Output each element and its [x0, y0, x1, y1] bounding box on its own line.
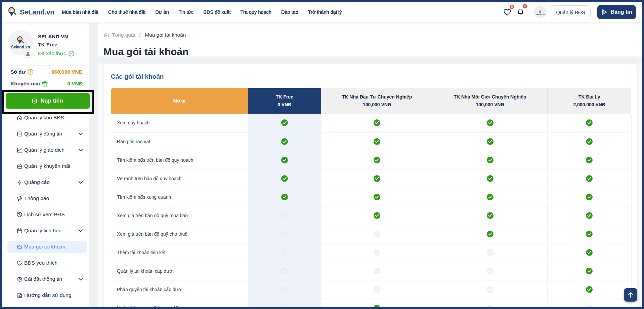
svg-text:$: $ — [29, 70, 31, 74]
